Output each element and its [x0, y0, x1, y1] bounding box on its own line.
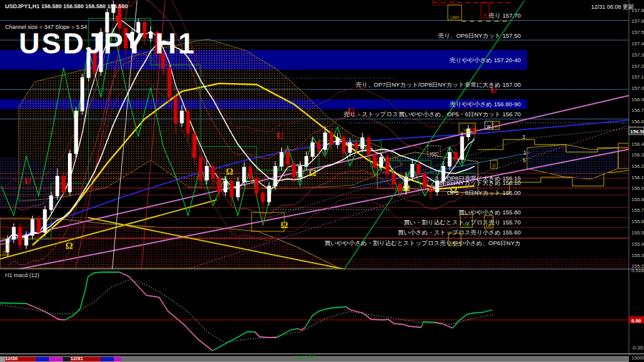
order-annotation[interactable]: OP8日NYカット大きめ 156.10 — [438, 179, 521, 186]
order-annotation[interactable]: 売り、OP7日NYカット/OP8日NYカット非常に大きめ 157.00 — [356, 81, 521, 88]
session-segment[interactable] — [114, 357, 121, 361]
candlestick[interactable] — [361, 138, 364, 148]
candlestick[interactable] — [56, 176, 59, 195]
candlestick[interactable] — [305, 156, 308, 167]
candlestick[interactable] — [243, 167, 246, 182]
order-annotation[interactable]: 買い小さめ・ストップロス売り小さめ 155.60 — [397, 229, 521, 236]
buy-signal-icon: Ω — [402, 183, 410, 193]
order-band-annotation[interactable]: 売りやや小さめ 156.80-90 — [450, 101, 521, 107]
candlestick[interactable] — [330, 133, 333, 145]
candlestick[interactable] — [74, 111, 77, 153]
candlestick[interactable] — [380, 157, 383, 167]
candlestick[interactable] — [392, 174, 395, 184]
sell-signal-icon: U — [115, 14, 122, 24]
order-annotation[interactable]: 買いやや小さめ・割り込むとストップロス売りやや小さめ、OP6日NYカ — [325, 239, 521, 246]
candlestick[interactable] — [460, 137, 464, 160]
candlestick[interactable] — [374, 155, 377, 167]
candlestick[interactable] — [180, 111, 184, 123]
order-band-annotation[interactable]: 売りやや小さめ 157.20-40 — [450, 57, 521, 63]
price-tick-label: 157.130 — [631, 74, 644, 80]
session-segment[interactable] — [101, 357, 114, 361]
current-price-label: 156.580 — [630, 129, 644, 134]
candlestick[interactable] — [37, 219, 40, 232]
pivot-marker-label: YDH — [463, 128, 472, 133]
order-annotation[interactable]: 売り、OP6日NYカット 157.50 — [438, 32, 521, 39]
macd-main-line — [255, 332, 277, 337]
candlestick[interactable] — [448, 153, 451, 167]
mt4-chart-window: LWHMYDHWDYDCYDODYDLLWLWLDUUUUUΩΩΩΩΩΩ315売… — [0, 0, 644, 362]
session-segment[interactable] — [63, 357, 70, 361]
candlestick[interactable] — [323, 133, 326, 150]
pivot-marker-label: D — [3, 250, 6, 255]
session-segment[interactable] — [121, 357, 629, 361]
candlestick[interactable] — [218, 178, 221, 192]
candlestick[interactable] — [211, 167, 214, 178]
price-tick-label: 156.225 — [631, 163, 644, 169]
buy-signal-icon: Ω — [309, 168, 316, 178]
candlestick[interactable] — [255, 178, 258, 193]
candlestick[interactable] — [267, 186, 270, 202]
order-annotation[interactable]: OP5・6日NYカット 156.00 — [447, 189, 521, 196]
candlestick[interactable] — [69, 153, 72, 192]
macd-main-line — [213, 332, 255, 351]
candlestick[interactable] — [193, 134, 196, 158]
candlestick[interactable] — [168, 68, 171, 97]
candlestick[interactable] — [367, 138, 370, 155]
candlestick[interactable] — [386, 157, 389, 174]
candlestick[interactable] — [336, 138, 339, 145]
macd-main-line — [119, 272, 213, 351]
macd-main-line — [277, 329, 297, 337]
macd-tick-label: 150000 — [631, 355, 644, 361]
order-annotation[interactable]: 買い・割り込むとストップロス売り 155.70 — [404, 219, 521, 226]
symbol-ohlc-readout: USDJPY1,H1 156.580 156.580 156.580 156.5… — [5, 3, 128, 9]
candlestick[interactable] — [417, 164, 420, 174]
candlestick[interactable] — [12, 228, 15, 239]
candlestick[interactable] — [348, 143, 352, 153]
candlestick[interactable] — [454, 153, 457, 160]
candlestick[interactable] — [205, 167, 208, 180]
candlestick[interactable] — [318, 143, 321, 150]
candlestick[interactable] — [25, 235, 28, 245]
order-annotation[interactable]: 売り 157.70 — [489, 12, 521, 19]
pivot-marker-label: LWH — [450, 15, 459, 19]
cloud-right-blue — [527, 145, 618, 179]
candlestick[interactable] — [342, 138, 345, 153]
candlestick[interactable] — [274, 167, 277, 186]
candlestick[interactable] — [311, 143, 314, 156]
candlestick[interactable] — [62, 176, 65, 192]
macd-main-line — [436, 322, 453, 328]
candlestick[interactable] — [224, 181, 227, 192]
candlestick[interactable] — [411, 164, 414, 177]
candlestick[interactable] — [423, 174, 426, 187]
candlestick[interactable] — [299, 167, 302, 177]
candlestick[interactable] — [286, 153, 289, 165]
candlestick[interactable] — [187, 111, 190, 134]
session-segment[interactable] — [49, 357, 63, 361]
candlestick[interactable] — [80, 77, 84, 111]
candlestick[interactable] — [50, 196, 53, 210]
order-annotation[interactable]: 買いやや小さめ 155.80 — [458, 209, 521, 216]
candlestick[interactable] — [18, 228, 21, 245]
candlestick[interactable] — [398, 184, 401, 191]
candlestick[interactable] — [261, 193, 264, 202]
session-segment[interactable] — [36, 357, 49, 361]
candlestick[interactable] — [236, 182, 240, 197]
price-tick-label: 157.240 — [631, 63, 644, 69]
line-number-label: 3 — [522, 134, 525, 140]
candlestick[interactable] — [355, 143, 358, 148]
candlestick[interactable] — [31, 219, 34, 235]
price-tick-label: 156.790 — [631, 107, 644, 113]
macd-sub-indicator-label: macd (96) — [294, 354, 317, 359]
buy-signal-icon: Ω — [280, 220, 288, 230]
pivot-marker-label: YDO — [430, 185, 438, 189]
candlestick[interactable] — [230, 181, 233, 197]
candlestick[interactable] — [292, 164, 296, 177]
candlestick[interactable] — [43, 210, 47, 233]
buy-signal-icon: Ω — [65, 241, 73, 251]
candlestick[interactable] — [280, 153, 283, 167]
order-annotation[interactable]: 売り・ストップロス買いやや小さめ、OP5・6日NYカット 156.70 — [343, 111, 521, 118]
candlestick[interactable] — [249, 167, 252, 178]
candlestick[interactable] — [174, 97, 177, 123]
macd-current-label: 0.00 — [631, 318, 641, 324]
candlestick[interactable] — [199, 157, 202, 180]
